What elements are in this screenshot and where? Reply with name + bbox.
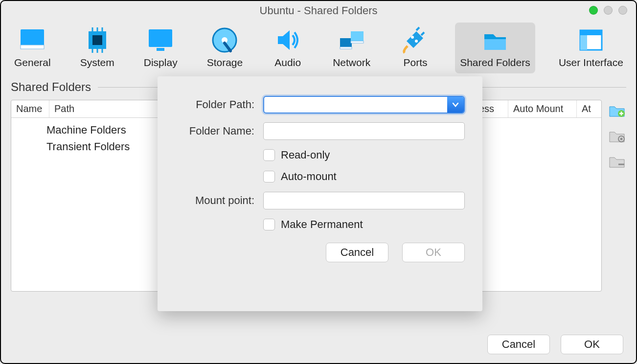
svg-rect-22 [580,35,587,50]
display-icon [147,26,174,54]
auto-mount-checkbox[interactable] [263,171,275,182]
table-side-actions [608,100,626,169]
settings-window: Ubuntu - Shared Folders General System D… [0,0,637,364]
folder-path-value[interactable] [264,97,447,113]
folder-icon [481,26,509,54]
window-cancel-button[interactable]: Cancel [487,335,550,354]
svg-rect-11 [157,48,164,51]
network-icon [338,26,365,54]
titlebar: Ubuntu - Shared Folders [1,1,636,21]
tab-user-interface[interactable]: User Interface [554,23,628,73]
speaker-icon [274,26,301,54]
dialog-cancel-button[interactable]: Cancel [326,243,388,262]
svg-rect-14 [340,38,352,47]
tab-label: Ports [404,57,428,68]
add-folder-button[interactable] [608,102,626,118]
window-ok-button[interactable]: OK [561,335,623,354]
svg-point-19 [415,40,418,43]
tab-ports[interactable]: Ports [394,23,436,73]
svg-rect-17 [351,41,364,43]
label-read-only: Read-only [281,149,330,161]
folder-name-input[interactable] [263,122,465,140]
label-mount-point: Mount point: [175,194,263,207]
disk-icon [211,26,238,54]
tab-label: User Interface [559,57,623,68]
tab-display[interactable]: Display [138,23,183,73]
col-at[interactable]: At [577,100,601,117]
tab-system[interactable]: System [75,23,120,73]
row-folder-name: Folder Name: [175,122,465,140]
settings-toolbar: General System Display Storage Audio [1,21,636,73]
tab-shared-folders[interactable]: Shared Folders [455,23,535,73]
row-mount-point: Mount point: [175,192,465,209]
row-read-only: Read-only [175,149,465,161]
tab-network[interactable]: Network [327,23,376,73]
tab-label: Storage [207,57,243,68]
svg-rect-1 [21,45,44,49]
remove-folder-button[interactable] [608,153,626,169]
tab-label: General [14,57,51,68]
label-make-permanent: Make Permanent [281,218,363,231]
label-auto-mount: Auto-mount [281,170,337,183]
minimize-button[interactable] [604,6,613,15]
maximize-button[interactable] [589,6,598,15]
section-title: Shared Folders [11,80,91,94]
dialog-buttons: Cancel OK [175,243,465,262]
monitor-icon [19,26,46,54]
window-buttons: Cancel OK [487,335,623,354]
row-auto-mount: Auto-mount [175,170,465,183]
tab-audio[interactable]: Audio [267,23,309,73]
svg-point-18 [411,36,414,39]
svg-rect-10 [149,29,172,47]
col-automount[interactable]: Auto Mount [508,100,577,117]
label-folder-path: Folder Path: [175,98,263,111]
ui-icon [577,26,605,54]
dialog-ok-button[interactable]: OK [402,243,465,262]
svg-point-25 [620,138,623,140]
window-controls [589,6,627,15]
tab-storage[interactable]: Storage [202,23,249,73]
svg-rect-21 [580,30,602,35]
read-only-checkbox[interactable] [263,149,275,161]
close-button[interactable] [618,6,627,15]
port-icon [402,26,429,54]
edit-folder-button[interactable] [608,127,626,144]
row-folder-path: Folder Path: [175,96,465,114]
col-name[interactable]: Name [11,100,49,117]
tab-general[interactable]: General [9,23,56,73]
make-permanent-checkbox[interactable] [263,219,275,230]
folder-path-combo[interactable] [263,96,465,114]
label-folder-name: Folder Name: [175,125,263,137]
tab-label: Network [333,57,370,68]
mount-point-input[interactable] [263,192,465,209]
tab-label: Display [144,57,178,68]
svg-rect-0 [21,29,44,46]
chip-icon [84,26,111,54]
svg-rect-3 [92,35,102,45]
row-make-permanent: Make Permanent [175,218,465,231]
svg-rect-16 [340,47,352,49]
tab-label: System [80,57,114,68]
tab-label: Shared Folders [460,57,530,68]
chevron-down-icon[interactable] [447,97,464,113]
add-share-dialog: Folder Path: Folder Name: Read-only [158,76,482,311]
window-title: Ubuntu - Shared Folders [260,4,378,17]
tab-label: Audio [274,57,301,68]
svg-rect-15 [351,31,364,41]
